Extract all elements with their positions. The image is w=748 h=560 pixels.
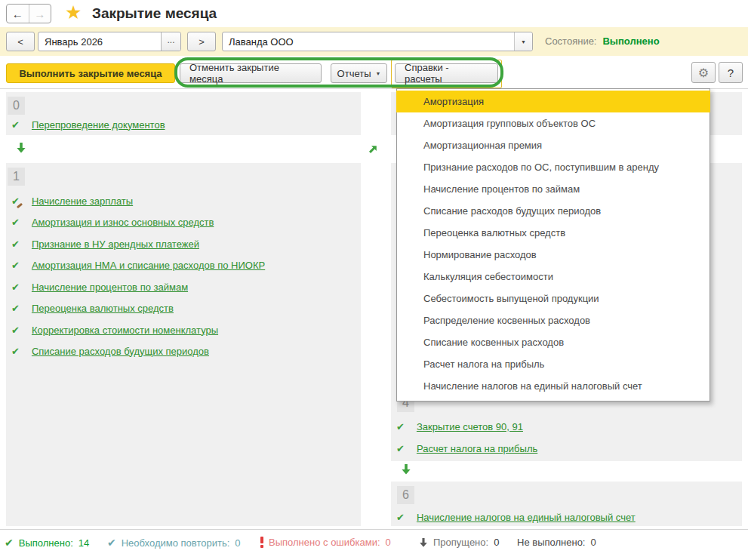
operation-link[interactable]: Закрытие счетов 90, 91 [417, 421, 523, 432]
operation-row: ✔ Амортизация НМА и списание расходов по… [11, 258, 265, 272]
check-icon: ✔ [11, 119, 20, 131]
run-month-closing-button[interactable]: Выполнить закрытие месяца [6, 63, 175, 83]
page-title: Закрытие месяца [92, 5, 217, 22]
operation-link[interactable]: Корректировка стоимости номенклатуры [32, 325, 218, 336]
month-closing-window: ← → ★ Закрытие месяца < Январь 2026 ... … [0, 0, 748, 560]
organization-select[interactable]: Лаванда ООО ▼ [222, 32, 533, 51]
check-icon: ✔ [11, 325, 20, 336]
operation-link[interactable]: Переоценка валютных средств [32, 303, 174, 314]
check-icon: ✔ [396, 421, 405, 432]
menu-item[interactable]: Списание косвенных расходов [397, 331, 710, 353]
check-icon: ✔ [11, 282, 20, 293]
status-skipped-label: Пропущено: [433, 537, 488, 548]
status-errors-value: 0 [386, 537, 391, 548]
help-button[interactable]: ? [719, 62, 743, 83]
status-not-done: Не выполнено: 0 [517, 537, 596, 548]
operation-link[interactable]: Признание в НУ арендных платежей [32, 238, 199, 250]
status-repeat: ✔ Необходимо повторить: 0 [107, 537, 241, 549]
stage-1-number: 1 [8, 168, 25, 186]
check-icon: ✔ [11, 346, 20, 357]
stage-6-number: 6 [397, 486, 414, 504]
period-value: Январь 2026 [45, 36, 103, 48]
back-icon[interactable]: ← [7, 5, 29, 23]
operation-link[interactable]: Перепроведение документов [32, 119, 165, 131]
check-icon: ✔ [107, 537, 116, 549]
operation-row: ✔ Корректировка стоимости номенклатуры [11, 323, 218, 337]
menu-item[interactable]: Распределение косвенных расходов [397, 309, 710, 331]
operation-row: ✔ Начисление зарплаты [11, 194, 133, 208]
status-skipped-value: 0 [494, 537, 499, 548]
organization-dropdown-icon[interactable]: ▼ [514, 32, 532, 51]
state-indicator: Состояние: Выполнено [545, 35, 660, 47]
flow-down-arrow-icon [16, 142, 26, 154]
menu-item[interactable]: Амортизация групповых объектов ОС [397, 112, 710, 134]
period-input[interactable]: Январь 2026 ... [38, 32, 181, 51]
state-value: Выполнено [602, 35, 659, 47]
chevron-down-icon: ▼ [376, 71, 381, 76]
previous-period-button[interactable]: < [6, 32, 35, 51]
menu-item[interactable]: Признание расходов по ОС, поступившим в … [397, 156, 710, 178]
menu-item[interactable]: Калькуляция себестоимости [397, 266, 710, 288]
menu-item[interactable]: Амортизационная премия [397, 134, 710, 156]
menu-item[interactable]: Начисление налогов на единый налоговый с… [397, 375, 710, 397]
state-label: Состояние: [545, 35, 596, 47]
flow-up-right-arrow-icon [368, 144, 378, 155]
menu-item-amortization[interactable]: Амортизация [396, 91, 710, 112]
check-icon: ✔ [11, 217, 20, 228]
next-period-button[interactable]: > [187, 32, 216, 51]
operation-row: ✔ Перепроведение документов [11, 118, 165, 131]
cancel-month-closing-button[interactable]: Отменить закрытие месяца [180, 63, 322, 83]
operation-row: ✔ Списание расходов будущих периодов [11, 344, 209, 358]
operation-row: ✔ Начисление налогов на единый налоговый… [396, 510, 636, 524]
operation-row: ✔ Начисление процентов по займам [11, 280, 188, 294]
operation-link[interactable]: Начисление зарплаты [32, 195, 133, 207]
status-not-done-value: 0 [590, 537, 596, 548]
flow-down-arrow-icon [401, 463, 411, 475]
question-icon: ? [728, 66, 734, 79]
menu-item[interactable]: Расчет налога на прибыль [397, 353, 710, 375]
gear-icon: ⚙ [698, 66, 709, 80]
operation-row: ✔ Расчет налога на прибыль [396, 442, 537, 455]
operation-row: ✔ Амортизация и износ основных средств [11, 215, 214, 229]
check-icon: ✔ [5, 537, 14, 549]
operation-link[interactable]: Расчет налога на прибыль [417, 443, 537, 454]
menu-item[interactable]: Себестоимость выпущеной продукции [397, 288, 710, 309]
operation-link[interactable]: Списание расходов будущих периодов [32, 346, 209, 357]
check-icon: ✔ [396, 512, 405, 523]
status-repeat-label: Необходимо повторить: [122, 537, 230, 549]
status-done-label: Выполнено: [19, 537, 73, 549]
status-errors-label: Выполнено с ошибками: [269, 537, 380, 548]
reports-menu-button[interactable]: Отчеты ▼ [331, 63, 387, 83]
favorite-star-icon[interactable]: ★ [65, 2, 82, 23]
status-not-done-label: Не выполнено: [517, 537, 585, 548]
check-icon: ✔ [11, 303, 20, 314]
status-done: ✔ Выполнено: 14 [5, 537, 89, 549]
menu-item[interactable]: Нормирование расходов [397, 244, 710, 266]
menu-item[interactable]: Начисление процентов по займам [397, 178, 710, 200]
status-done-value: 14 [78, 537, 89, 549]
check-icon: ✔ [396, 443, 405, 454]
down-arrow-icon [419, 537, 428, 548]
operation-link[interactable]: Начисление процентов по займам [32, 282, 188, 293]
check-edited-icon: ✔ [11, 195, 20, 207]
menu-item[interactable]: Переоценка валютных средств [397, 222, 710, 244]
operation-link[interactable]: Начисление налогов на единый налоговый с… [417, 512, 636, 523]
period-bar: < Январь 2026 ... > Лаванда ООО ▼ Состоя… [0, 27, 748, 56]
status-skipped: Пропущено: 0 [419, 537, 499, 548]
period-picker-ellipsis-button[interactable]: ... [161, 32, 180, 51]
operation-link[interactable]: Амортизация НМА и списание расходов по Н… [32, 260, 265, 271]
statusbar-divider [0, 529, 748, 530]
check-icon: ✔ [11, 260, 20, 271]
status-errors: Выполнено с ошибками: 0 [260, 537, 391, 548]
calc-references-dropdown-menu: Амортизация Амортизация групповых объект… [396, 88, 710, 402]
organization-value: Лаванда ООО [229, 36, 294, 48]
exclamation-icon [260, 537, 263, 548]
operation-row: ✔ Закрытие счетов 90, 91 [396, 420, 523, 433]
forward-icon[interactable]: → [29, 5, 51, 23]
reports-label: Отчеты [337, 68, 371, 79]
stage-0-number: 0 [8, 97, 25, 115]
menu-item[interactable]: Списание расходов будущих периодов [397, 200, 710, 222]
settings-button[interactable]: ⚙ [691, 62, 716, 83]
operation-link[interactable]: Амортизация и износ основных средств [32, 217, 214, 228]
calc-references-menu-button[interactable]: Справки - расчеты [395, 63, 498, 83]
